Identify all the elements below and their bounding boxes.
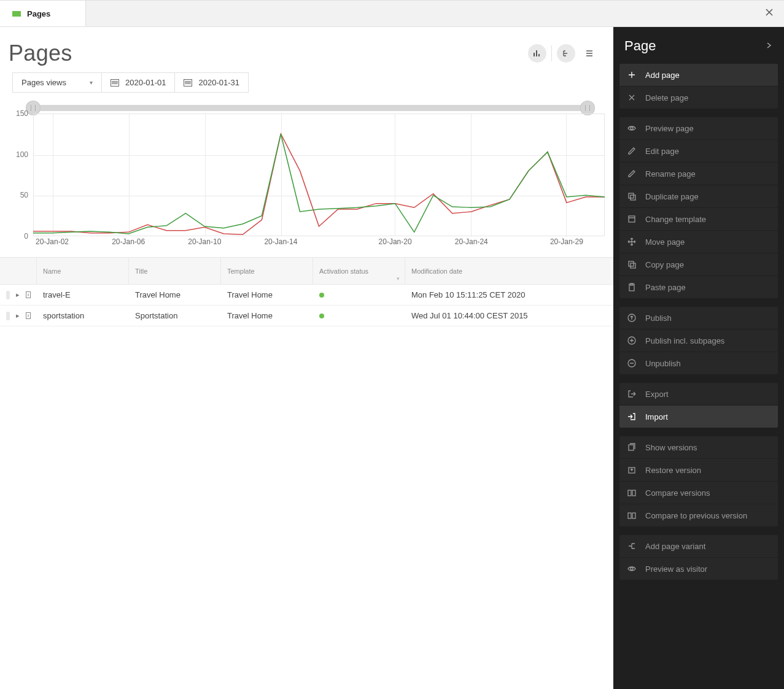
row-checkbox[interactable] bbox=[6, 312, 10, 320]
pencil-icon bbox=[627, 146, 637, 156]
date-from-input[interactable]: 2020-01-01 bbox=[101, 72, 175, 93]
main-content: Pages Pages views ▾ 2020-01-01 2020-0 bbox=[0, 27, 613, 689]
y-axis: 050100150 bbox=[9, 114, 31, 236]
th-select bbox=[0, 258, 37, 285]
svg-point-17 bbox=[631, 568, 633, 570]
action-label: Export bbox=[645, 390, 669, 399]
export-icon bbox=[627, 389, 637, 399]
pages-app-icon bbox=[12, 11, 21, 17]
th-status[interactable]: Activation status▾ bbox=[313, 258, 405, 285]
action-publish[interactable]: Publish bbox=[619, 307, 778, 329]
metric-select[interactable]: Pages views ▾ bbox=[12, 72, 101, 93]
chart-plot bbox=[33, 114, 605, 236]
compare-icon bbox=[627, 510, 637, 520]
close-icon[interactable] bbox=[764, 7, 774, 20]
svg-rect-13 bbox=[628, 490, 631, 496]
restore-icon bbox=[627, 465, 637, 475]
action-import[interactable]: Import bbox=[619, 405, 778, 428]
th-name[interactable]: Name bbox=[37, 258, 129, 285]
action-label: Import bbox=[645, 412, 668, 421]
y-tick-label: 100 bbox=[16, 150, 28, 159]
y-tick-label: 150 bbox=[16, 109, 28, 118]
action-label: Delete page bbox=[645, 93, 688, 102]
action-label: Copy page bbox=[645, 260, 684, 269]
svg-rect-11 bbox=[629, 445, 634, 450]
action-label: Compare to previous version bbox=[645, 511, 747, 520]
svg-rect-16 bbox=[632, 513, 635, 518]
cell-template: Travel Home bbox=[221, 287, 313, 303]
chart-area: 050100150 20-Jan-0220-Jan-0620-Jan-1020-… bbox=[33, 114, 605, 248]
table-row[interactable]: ▸sportstationSportstationTravel HomeWed … bbox=[0, 306, 613, 326]
date-to-value: 2020-01-31 bbox=[198, 78, 239, 87]
x-tick-label: 20-Jan-29 bbox=[550, 237, 583, 246]
cell-name: sportstation bbox=[37, 307, 129, 324]
action-edit-page[interactable]: Edit page bbox=[619, 139, 778, 162]
th-title[interactable]: Title bbox=[129, 258, 221, 285]
action-compare-versions[interactable]: Compare versions bbox=[619, 481, 778, 504]
action-label: Publish incl. subpages bbox=[645, 336, 724, 345]
panel-title: Page bbox=[624, 38, 656, 54]
th-modified[interactable]: Modification date bbox=[405, 258, 613, 285]
view-list-button[interactable] bbox=[580, 44, 599, 63]
tab-pages[interactable]: Pages bbox=[0, 1, 86, 26]
action-export[interactable]: Export bbox=[619, 383, 778, 405]
cell-title: Sportstation bbox=[129, 307, 221, 324]
action-restore-version[interactable]: Restore version bbox=[619, 458, 778, 481]
action-duplicate-page[interactable]: Duplicate page bbox=[619, 185, 778, 207]
cell-status bbox=[313, 307, 405, 324]
x-tick-label: 20-Jan-14 bbox=[264, 237, 297, 246]
svg-rect-15 bbox=[628, 513, 631, 518]
action-preview-page[interactable]: Preview page bbox=[619, 117, 778, 139]
tab-bar: Pages bbox=[0, 0, 784, 27]
table-row[interactable]: ▸travel-ETravel HomeTravel HomeMon Feb 1… bbox=[0, 285, 613, 306]
metric-value: Pages views bbox=[21, 78, 66, 87]
action-change-template[interactable]: Change template bbox=[619, 207, 778, 230]
svg-rect-5 bbox=[631, 263, 635, 268]
range-slider[interactable] bbox=[33, 105, 588, 111]
th-template[interactable]: Template bbox=[221, 258, 313, 285]
cell-template: Travel Home bbox=[221, 307, 313, 324]
status-dot-icon bbox=[319, 293, 324, 298]
tab-label: Pages bbox=[27, 9, 50, 18]
x-icon bbox=[627, 93, 637, 102]
svg-rect-1 bbox=[629, 193, 634, 198]
action-paste-page[interactable]: Paste page bbox=[619, 275, 778, 298]
expand-icon[interactable]: ▸ bbox=[16, 291, 20, 299]
action-show-versions[interactable]: Show versions bbox=[619, 436, 778, 458]
action-add-variant[interactable]: Add page variant bbox=[619, 535, 778, 557]
action-copy-page[interactable]: Copy page bbox=[619, 253, 778, 275]
action-preview-visitor[interactable]: Preview as visitor bbox=[619, 557, 778, 580]
date-from-value: 2020-01-01 bbox=[125, 78, 166, 87]
chevron-right-icon[interactable] bbox=[766, 41, 773, 51]
row-checkbox[interactable] bbox=[6, 291, 10, 299]
action-compare-prev[interactable]: Compare to previous version bbox=[619, 504, 778, 526]
action-publish-incl[interactable]: Publish incl. subpages bbox=[619, 329, 778, 352]
action-label: Paste page bbox=[645, 283, 686, 292]
action-label: Show versions bbox=[645, 443, 697, 452]
table-header: Name Title Template Activation status▾ M… bbox=[0, 258, 613, 285]
action-unpublish[interactable]: Unpublish bbox=[619, 352, 778, 374]
expand-icon[interactable]: ▸ bbox=[16, 312, 20, 320]
versions-icon bbox=[627, 442, 637, 452]
view-tree-button[interactable] bbox=[557, 44, 575, 63]
action-label: Move page bbox=[645, 237, 685, 247]
status-dot-icon bbox=[319, 314, 324, 318]
action-add-page[interactable]: Add page bbox=[619, 64, 778, 86]
action-label: Unpublish bbox=[645, 359, 681, 368]
action-move-page[interactable]: Move page bbox=[619, 230, 778, 253]
cell-title: Travel Home bbox=[129, 287, 221, 303]
action-label: Publish bbox=[645, 314, 672, 323]
view-chart-button[interactable] bbox=[528, 44, 546, 63]
y-tick-label: 50 bbox=[20, 191, 28, 199]
action-rename-page[interactable]: Rename page bbox=[619, 162, 778, 185]
pages-table: Name Title Template Activation status▾ M… bbox=[0, 257, 613, 326]
action-delete-page[interactable]: Delete page bbox=[619, 86, 778, 109]
minus-circle-icon bbox=[627, 358, 637, 368]
date-to-input[interactable]: 2020-01-31 bbox=[174, 72, 249, 93]
action-label: Edit page bbox=[645, 147, 679, 156]
action-label: Add page bbox=[645, 71, 680, 80]
action-label: Rename page bbox=[645, 169, 696, 179]
view-toggles bbox=[528, 44, 599, 63]
pencil-icon bbox=[627, 169, 637, 179]
chevron-down-icon: ▾ bbox=[90, 79, 93, 86]
